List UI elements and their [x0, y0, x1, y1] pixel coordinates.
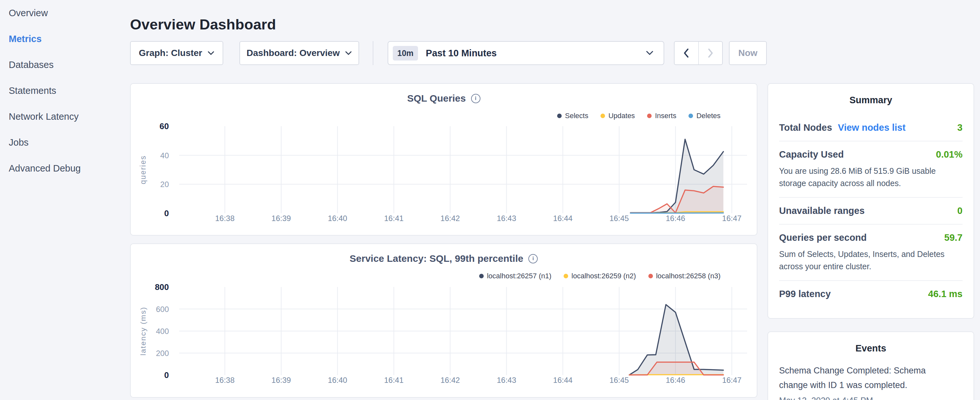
chevron-down-icon — [345, 51, 352, 55]
summary-row-label: P99 latency — [779, 288, 831, 300]
summary-row-value: 46.1 ms — [928, 288, 963, 300]
svg-text:16:47: 16:47 — [722, 214, 741, 223]
svg-text:0: 0 — [164, 209, 169, 218]
svg-text:16:39: 16:39 — [272, 214, 291, 223]
chevron-down-icon — [207, 51, 215, 55]
sql-queries-chart-card: SQL Queries i SelectsUpdatesInsertsDelet… — [130, 83, 757, 236]
svg-text:16:42: 16:42 — [440, 214, 460, 223]
svg-text:16:41: 16:41 — [384, 214, 404, 223]
graph-dropdown-label: Graph: Cluster — [139, 48, 202, 58]
graph-dropdown[interactable]: Graph: Cluster — [130, 41, 223, 65]
summary-row-label: Unavailable ranges — [779, 206, 864, 216]
summary-row-label: Capacity Used — [779, 149, 844, 160]
events-panel: Events Schema Change Completed: Schema c… — [767, 331, 974, 400]
event-text: Schema Change Completed: Schema change w… — [779, 363, 941, 392]
svg-text:16:43: 16:43 — [496, 376, 516, 384]
chevron-right-icon — [707, 48, 714, 58]
svg-text:16:46: 16:46 — [666, 214, 685, 223]
summary-rows: Total NodesView nodes list3Capacity Used… — [779, 115, 963, 307]
svg-text:60: 60 — [159, 121, 169, 131]
time-range-badge: 10m — [393, 46, 418, 61]
summary-row-value: 0.01% — [936, 149, 963, 160]
summary-row: Unavailable ranges0 — [779, 198, 963, 225]
svg-text:16:47: 16:47 — [722, 376, 741, 384]
sidebar-item-statements[interactable]: Statements — [0, 78, 130, 104]
event-item[interactable]: Schema Change Completed: Schema change w… — [779, 363, 963, 400]
time-step-controls — [674, 41, 723, 65]
svg-text:16:40: 16:40 — [328, 376, 347, 384]
svg-text:20: 20 — [160, 180, 169, 189]
summary-row: Total NodesView nodes list3 — [779, 115, 963, 142]
svg-text:16:38: 16:38 — [215, 376, 235, 384]
chevron-down-icon — [646, 51, 654, 56]
sql-queries-chart[interactable]: 16:3816:3916:4016:4116:4216:4316:4416:45… — [131, 84, 757, 235]
svg-text:600: 600 — [156, 305, 169, 314]
summary-row: Capacity Used0.01%You are using 28.6 MiB… — [779, 142, 963, 198]
sidebar-item-jobs[interactable]: Jobs — [0, 129, 130, 155]
sidebar-item-advanced-debug[interactable]: Advanced Debug — [0, 155, 130, 181]
now-button[interactable]: Now — [729, 41, 767, 65]
svg-text:16:41: 16:41 — [384, 376, 404, 384]
svg-text:0: 0 — [164, 370, 169, 380]
sidebar-item-network-latency[interactable]: Network Latency — [0, 104, 130, 129]
summary-row-description: Sum of Selects, Updates, Inserts, and De… — [779, 248, 963, 273]
summary-row-label: Total Nodes — [779, 122, 832, 133]
svg-text:16:43: 16:43 — [496, 214, 516, 223]
service-latency-chart-card: Service Latency: SQL, 99th percentile i … — [130, 243, 757, 398]
summary-row-value: 0 — [957, 206, 963, 216]
toolbar-divider — [373, 41, 373, 65]
svg-text:queries: queries — [139, 155, 147, 184]
svg-text:400: 400 — [156, 327, 169, 336]
previous-interval-button[interactable] — [675, 42, 698, 64]
events-title: Events — [779, 343, 963, 354]
svg-text:latency (ms): latency (ms) — [139, 306, 147, 355]
svg-text:800: 800 — [155, 282, 169, 292]
summary-row-value: 3 — [957, 122, 963, 133]
svg-text:16:45: 16:45 — [609, 376, 629, 384]
now-button-label: Now — [738, 48, 757, 58]
sidebar-nav: OverviewMetricsDatabasesStatementsNetwor… — [0, 0, 130, 400]
page-title: Overview Dashboard — [130, 16, 276, 33]
view-nodes-list-link[interactable]: View nodes list — [838, 122, 905, 133]
summary-row-description: You are using 28.6 MiB of 515.9 GiB usab… — [779, 165, 963, 189]
svg-text:16:39: 16:39 — [272, 376, 291, 384]
summary-row-label: Queries per second — [779, 233, 867, 243]
sidebar-item-databases[interactable]: Databases — [0, 52, 130, 78]
service-latency-chart[interactable]: 16:3816:3916:4016:4116:4216:4316:4416:45… — [131, 244, 757, 397]
summary-panel: Summary Total NodesView nodes list3Capac… — [767, 83, 974, 319]
dashboard-dropdown[interactable]: Dashboard: Overview — [239, 41, 359, 65]
summary-row: P99 latency46.1 ms — [779, 281, 963, 307]
sidebar-item-metrics[interactable]: Metrics — [0, 26, 130, 52]
svg-text:16:38: 16:38 — [215, 214, 235, 223]
next-interval-button[interactable] — [699, 42, 722, 64]
summary-row-value: 59.7 — [944, 233, 963, 243]
time-range-picker[interactable]: 10m Past 10 Minutes — [388, 41, 664, 65]
summary-row: Queries per second59.7Sum of Selects, Up… — [779, 225, 963, 281]
time-range-label: Past 10 Minutes — [426, 48, 646, 59]
svg-text:16:40: 16:40 — [328, 214, 347, 223]
svg-text:16:42: 16:42 — [440, 376, 460, 384]
svg-text:16:46: 16:46 — [666, 376, 685, 384]
events-list: Schema Change Completed: Schema change w… — [779, 363, 963, 400]
summary-title: Summary — [779, 95, 963, 105]
svg-text:200: 200 — [156, 349, 169, 358]
event-timestamp: May 13, 2020 at 4:45 PM — [779, 395, 963, 400]
dashboard-dropdown-label: Dashboard: Overview — [247, 48, 340, 58]
svg-text:16:44: 16:44 — [553, 376, 573, 384]
svg-text:40: 40 — [160, 151, 169, 160]
sidebar-item-overview[interactable]: Overview — [0, 0, 130, 26]
svg-text:16:45: 16:45 — [609, 214, 629, 223]
chevron-left-icon — [683, 48, 689, 58]
svg-text:16:44: 16:44 — [553, 214, 573, 223]
